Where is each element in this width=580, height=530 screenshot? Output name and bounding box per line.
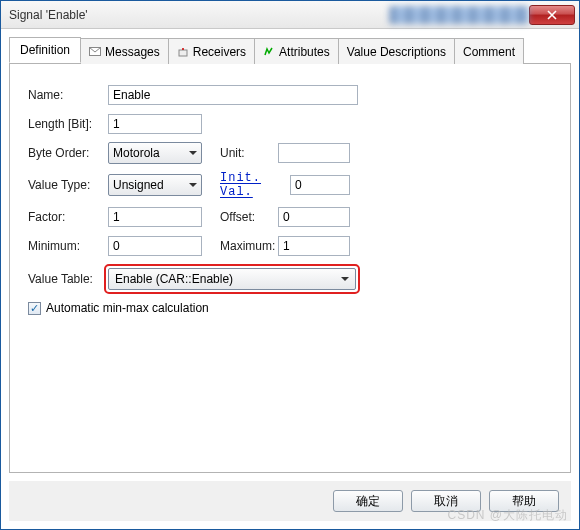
tab-attributes[interactable]: Attributes — [254, 38, 339, 64]
dialog-window: Signal 'Enable' Definition Messages Rece… — [0, 0, 580, 530]
initval-input[interactable] — [290, 175, 350, 195]
titlebar: Signal 'Enable' — [1, 1, 579, 29]
attributes-icon — [263, 47, 275, 57]
valuetable-value: Enable (CAR::Enable) — [115, 272, 233, 286]
close-icon — [547, 10, 557, 20]
tab-label: Value Descriptions — [347, 45, 446, 59]
valuetable-select[interactable]: Enable (CAR::Enable) — [108, 268, 356, 290]
tab-label: Definition — [20, 43, 70, 57]
receiver-icon — [177, 47, 189, 57]
maximum-input[interactable] — [278, 236, 350, 256]
svg-rect-1 — [179, 50, 187, 56]
minimum-label: Minimum: — [28, 239, 108, 253]
name-label: Name: — [28, 88, 108, 102]
tab-label: Messages — [105, 45, 160, 59]
button-label: 确定 — [356, 493, 380, 510]
valuetype-select[interactable]: Unsigned — [108, 174, 202, 196]
envelope-icon — [89, 47, 101, 57]
name-input[interactable] — [108, 85, 358, 105]
offset-label: Offset: — [220, 210, 278, 224]
valuetype-label: Value Type: — [28, 178, 108, 192]
valuetable-highlight: Enable (CAR::Enable) — [104, 264, 360, 294]
check-icon: ✓ — [30, 303, 39, 314]
tab-bar: Definition Messages Receivers Attributes… — [9, 37, 571, 64]
chevron-down-icon — [189, 151, 197, 155]
help-button[interactable]: 帮助 — [489, 490, 559, 512]
tab-comment[interactable]: Comment — [454, 38, 524, 64]
tab-receivers[interactable]: Receivers — [168, 38, 255, 64]
autominmax-checkbox[interactable]: ✓ — [28, 302, 41, 315]
tab-label: Receivers — [193, 45, 246, 59]
unit-label: Unit: — [220, 146, 278, 160]
chevron-down-icon — [341, 277, 349, 281]
init-val-link[interactable]: Init. Val. — [220, 171, 290, 199]
length-input[interactable] — [108, 114, 202, 134]
length-label: Length [Bit]: — [28, 117, 108, 131]
offset-input[interactable] — [278, 207, 350, 227]
button-label: 帮助 — [512, 493, 536, 510]
window-title: Signal 'Enable' — [9, 8, 369, 22]
byteorder-select[interactable]: Motorola — [108, 142, 202, 164]
close-button[interactable] — [529, 5, 575, 25]
factor-label: Factor: — [28, 210, 108, 224]
valuetype-value: Unsigned — [113, 178, 164, 192]
minimum-input[interactable] — [108, 236, 202, 256]
tab-definition[interactable]: Definition — [9, 37, 81, 63]
tab-label: Attributes — [279, 45, 330, 59]
ok-button[interactable]: 确定 — [333, 490, 403, 512]
factor-input[interactable] — [108, 207, 202, 227]
tab-value-descriptions[interactable]: Value Descriptions — [338, 38, 455, 64]
byteorder-value: Motorola — [113, 146, 160, 160]
titlebar-blur-area — [389, 6, 529, 24]
cancel-button[interactable]: 取消 — [411, 490, 481, 512]
tab-label: Comment — [463, 45, 515, 59]
byteorder-label: Byte Order: — [28, 146, 108, 160]
tab-messages[interactable]: Messages — [80, 38, 169, 64]
dialog-footer: 确定 取消 帮助 — [9, 481, 571, 521]
svg-point-2 — [182, 48, 184, 50]
unit-input[interactable] — [278, 143, 350, 163]
maximum-label: Maximum: — [220, 239, 278, 253]
valuetable-label: Value Table: — [28, 272, 108, 286]
chevron-down-icon — [189, 183, 197, 187]
button-label: 取消 — [434, 493, 458, 510]
tab-content: Name: Length [Bit]: Byte Order: Motorola… — [9, 64, 571, 473]
autominmax-label: Automatic min-max calculation — [46, 301, 209, 315]
